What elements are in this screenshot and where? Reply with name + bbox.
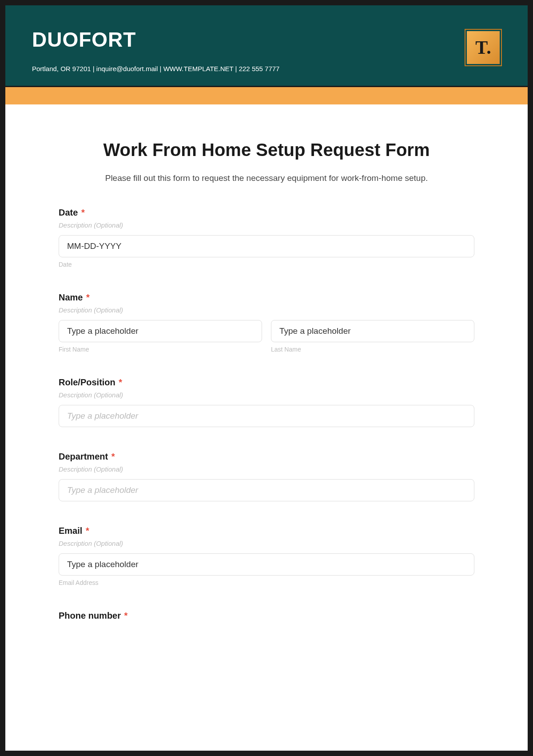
date-label: Date * [59, 208, 474, 218]
form-container: Work From Home Setup Request Form Please… [5, 104, 528, 663]
phone-label-text: Phone number [59, 611, 121, 620]
name-row: First Name Last Name [59, 320, 474, 353]
department-input[interactable] [59, 479, 474, 501]
name-label-text: Name [59, 292, 83, 302]
email-sublabel: Email Address [59, 579, 474, 586]
department-label: Department * [59, 452, 474, 462]
department-label-text: Department [59, 452, 108, 461]
header-banner: DUOFORT Portland, OR 97201 | inquire@duo… [5, 5, 528, 86]
field-department: Department * Description (Optional) [59, 452, 474, 501]
name-description: Description (Optional) [59, 306, 474, 314]
role-input[interactable] [59, 405, 474, 427]
first-name-col: First Name [59, 320, 262, 353]
required-star: * [86, 526, 89, 536]
email-label-text: Email [59, 526, 82, 536]
form-intro: Please fill out this form to request the… [59, 173, 474, 183]
page-container: DUOFORT Portland, OR 97201 | inquire@duo… [5, 5, 528, 751]
field-name: Name * Description (Optional) First Name… [59, 292, 474, 353]
name-label: Name * [59, 292, 474, 303]
email-description: Description (Optional) [59, 540, 474, 547]
role-description: Description (Optional) [59, 391, 474, 399]
phone-label: Phone number * [59, 611, 474, 621]
role-label-text: Role/Position [59, 377, 115, 387]
required-star: * [86, 292, 90, 302]
date-label-text: Date [59, 208, 78, 217]
logo-badge: T. [465, 30, 501, 65]
date-input[interactable] [59, 235, 474, 257]
email-input[interactable] [59, 553, 474, 576]
field-email: Email * Description (Optional) Email Add… [59, 526, 474, 586]
required-star: * [111, 452, 115, 461]
header-contact-line: Portland, OR 97201 | inquire@duofort.mai… [32, 65, 501, 72]
role-label: Role/Position * [59, 377, 474, 388]
date-sublabel: Date [59, 261, 474, 268]
accent-bar [5, 86, 528, 104]
last-name-col: Last Name [271, 320, 474, 353]
company-name: DUOFORT [32, 28, 501, 52]
required-star: * [124, 611, 128, 620]
date-description: Description (Optional) [59, 221, 474, 229]
required-star: * [119, 377, 122, 387]
department-description: Description (Optional) [59, 465, 474, 473]
email-label: Email * [59, 526, 474, 536]
field-role: Role/Position * Description (Optional) [59, 377, 474, 427]
last-name-input[interactable] [271, 320, 474, 342]
field-date: Date * Description (Optional) Date [59, 208, 474, 268]
required-star: * [81, 208, 85, 217]
form-title: Work From Home Setup Request Form [59, 140, 474, 160]
logo-text: T. [475, 37, 491, 58]
last-name-sublabel: Last Name [271, 346, 474, 353]
field-phone: Phone number * [59, 611, 474, 621]
first-name-input[interactable] [59, 320, 262, 342]
first-name-sublabel: First Name [59, 346, 262, 353]
